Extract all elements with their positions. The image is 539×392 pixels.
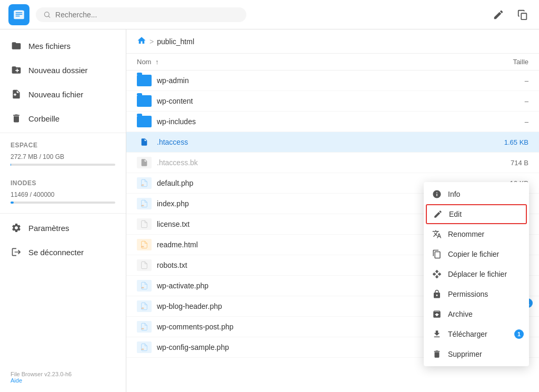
cm-item-move[interactable]: Déplacer le fichier [424, 264, 529, 284]
app-logo [8, 4, 29, 25]
cm-item-rename[interactable]: Renommer [424, 224, 529, 244]
sidebar-divider-1 [0, 133, 126, 133]
archive-icon [432, 309, 442, 319]
folder-icon [11, 40, 22, 52]
table-row[interactable]: wp-content – [126, 91, 539, 112]
svg-text:</>: </> [142, 307, 144, 309]
edit-icon [493, 9, 504, 21]
htaccess-type-icon [137, 136, 152, 148]
add-file-icon [11, 88, 22, 100]
cm-label-permissions: Permissions [448, 290, 488, 298]
storage-bar-fill [11, 164, 11, 166]
copy-icon [517, 9, 528, 21]
php-type-icon: </> [137, 280, 152, 292]
svg-text:</>: </> [142, 184, 144, 186]
file-name-cell: </> index.php [137, 198, 465, 209]
folder-type-icon [137, 116, 152, 127]
file-name-cell: wp-admin [137, 75, 465, 86]
download-icon [432, 329, 442, 339]
sidebar-item-mes-fichiers[interactable]: Mes fichiers [0, 34, 126, 58]
breadcrumb: > public_html [126, 29, 539, 54]
txt-type-icon [137, 259, 152, 271]
php-type-icon: </> [137, 177, 152, 189]
sidebar-divider-2 [0, 213, 126, 214]
edit-button[interactable] [491, 7, 506, 23]
mes-fichiers-label: Mes fichiers [28, 42, 71, 51]
breadcrumb-separator: > [149, 37, 154, 46]
edit-cm-icon [433, 209, 443, 219]
sidebar-item-se-deconnecter[interactable]: Se déconnecter [0, 240, 126, 264]
file-name-cell: </> default.php [137, 177, 465, 189]
file-name: default.php [157, 179, 193, 187]
cm-item-copy[interactable]: Copier le fichier [424, 244, 529, 264]
cm-item-permissions[interactable]: Permissions [424, 284, 529, 304]
file-name: wp-comments-post.php [157, 323, 234, 331]
cm-item-info[interactable]: Info [424, 184, 529, 204]
file-name: .htaccess.bk [157, 158, 198, 167]
sidebar: Mes fichiers Nouveau dossier Nouveau fic… [0, 29, 126, 392]
sidebar-item-corbeille[interactable]: Corbeille [0, 106, 126, 130]
topbar [0, 0, 539, 29]
svg-text:</>: </> [142, 205, 144, 207]
svg-rect-3 [16, 15, 20, 16]
copy-button[interactable] [515, 7, 531, 23]
cm-item-delete[interactable]: Supprimer [424, 344, 529, 364]
table-row[interactable]: wp-includes – [126, 112, 539, 132]
table-row[interactable]: .htaccess.bk 714 B [126, 153, 539, 173]
cm-item-edit[interactable]: Edit [426, 204, 527, 224]
file-name: readme.html [157, 240, 198, 249]
cm-label-archive: Archive [448, 310, 473, 318]
cm-item-download[interactable]: Télécharger 1 [424, 324, 529, 344]
file-name-cell: wp-content [137, 95, 465, 107]
htaccess-bk-type-icon [137, 157, 152, 168]
inodes-bar-bg [11, 202, 115, 204]
inodes-info: 11469 / 400000 [0, 189, 126, 211]
nouveau-fichier-label: Nouveau fichier [28, 90, 83, 99]
file-size: 714 B [465, 159, 528, 167]
file-name: wp-includes [157, 117, 196, 126]
sidebar-item-nouveau-dossier[interactable]: Nouveau dossier [0, 58, 126, 82]
file-name-cell: </> wp-config-sample.php [137, 341, 465, 353]
sort-arrow-icon: ↑ [155, 58, 159, 66]
info-icon [432, 189, 442, 199]
file-name: wp-content [157, 97, 193, 105]
cm-label-info: Info [448, 190, 460, 198]
add-folder-icon [11, 64, 22, 76]
file-name-cell: </> wp-activate.php [137, 280, 465, 292]
cm-label-move: Déplacer le fichier [448, 270, 507, 278]
topbar-actions [491, 7, 531, 23]
cm-item-archive[interactable]: Archive [424, 304, 529, 324]
file-name-cell: .htaccess [137, 136, 465, 148]
file-name-cell: </> wp-comments-post.php [137, 321, 465, 333]
table-row[interactable]: .htaccess 1.65 KB [126, 132, 539, 153]
copy-file-icon [432, 249, 442, 259]
file-name-cell: </> readme.html [137, 239, 465, 250]
sidebar-item-nouveau-fichier[interactable]: Nouveau fichier [0, 82, 126, 106]
help-link[interactable]: Aide [11, 377, 115, 384]
file-name: license.txt [157, 220, 189, 228]
logout-icon [11, 246, 22, 258]
search-bar[interactable] [36, 7, 246, 22]
svg-rect-2 [16, 14, 23, 15]
gear-icon [11, 222, 22, 234]
file-name: robots.txt [157, 261, 187, 269]
file-name-cell: license.txt [137, 218, 465, 230]
home-icon[interactable] [137, 36, 146, 47]
svg-text:</>: </> [142, 246, 144, 248]
php-type-icon: </> [137, 300, 152, 312]
php-type-icon: </> [137, 341, 152, 353]
sidebar-item-parametres[interactable]: Paramètres [0, 216, 126, 240]
cm-label-delete: Supprimer [448, 350, 482, 358]
table-row[interactable]: wp-admin – [126, 71, 539, 91]
breadcrumb-current[interactable]: public_html [157, 37, 194, 46]
permissions-icon [432, 289, 442, 299]
svg-text:</>: </> [142, 348, 144, 350]
svg-rect-1 [16, 12, 23, 13]
svg-text:</>: </> [142, 287, 144, 289]
file-name: wp-admin [157, 76, 189, 85]
search-input[interactable] [55, 11, 239, 19]
search-icon [43, 11, 51, 19]
folder-type-icon [137, 75, 152, 86]
context-menu: Info Edit Renommer Copier [424, 182, 529, 366]
storage-info: 272.7 MB / 100 GB [0, 151, 126, 173]
